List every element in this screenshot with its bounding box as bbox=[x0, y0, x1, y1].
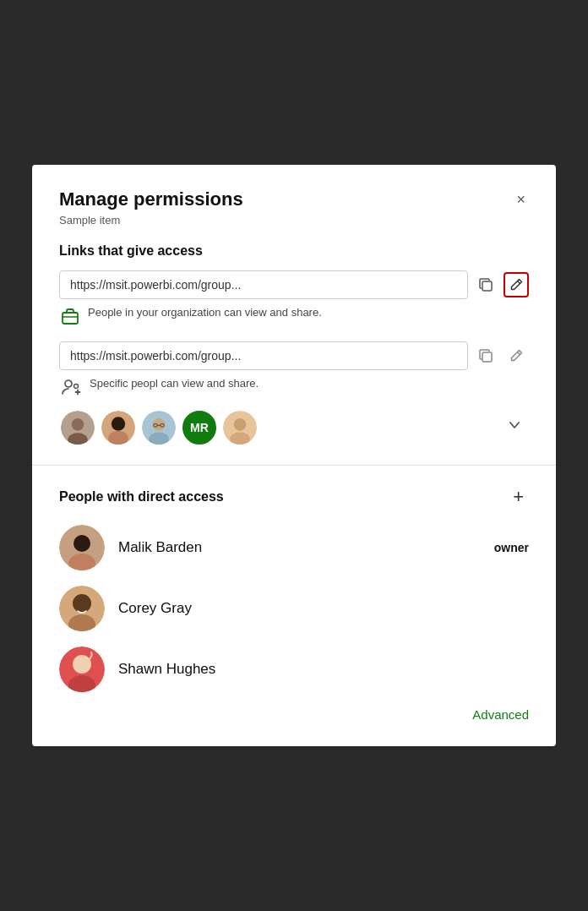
copy-icon-1 bbox=[478, 277, 493, 292]
links-section-title: Links that give access bbox=[59, 243, 529, 259]
svg-rect-2 bbox=[482, 352, 492, 362]
person-row-shawn: Shawn Hughes bbox=[59, 646, 529, 692]
edit-icon-2 bbox=[509, 348, 524, 363]
header-text: Manage permissions Sample item bbox=[59, 188, 243, 226]
manage-permissions-panel: Manage permissions Sample item × Links t… bbox=[32, 165, 556, 745]
svg-rect-0 bbox=[482, 281, 492, 291]
svg-rect-1 bbox=[63, 313, 78, 324]
link-row-2: Specific peopl can view and share. bbox=[59, 341, 529, 446]
link-row-1: People in your organization can view and… bbox=[59, 270, 529, 330]
section-divider bbox=[32, 465, 556, 466]
people-icon bbox=[61, 378, 81, 401]
person-name-corey: Corey Gray bbox=[118, 600, 529, 617]
avatar-5 bbox=[221, 409, 259, 446]
svg-point-14 bbox=[112, 417, 125, 430]
close-button[interactable]: × bbox=[513, 188, 529, 210]
link-desc-text-1: People in your organization can view and… bbox=[88, 306, 322, 319]
copy-icon-2 bbox=[478, 348, 493, 363]
edit-link-button-1[interactable] bbox=[504, 272, 529, 297]
avatar-shawn bbox=[59, 646, 105, 692]
person-name-malik: Malik Barden bbox=[118, 539, 481, 556]
copy-link-button-1[interactable] bbox=[473, 272, 498, 297]
link-desc-text-2: Specific peopl can view and share. bbox=[90, 377, 259, 390]
person-row-corey: Corey Gray bbox=[59, 586, 529, 631]
add-person-button[interactable]: + bbox=[508, 484, 529, 510]
svg-point-3 bbox=[65, 380, 72, 387]
avatar-2 bbox=[100, 409, 137, 446]
chevron-down-icon bbox=[507, 417, 522, 433]
svg-point-4 bbox=[74, 384, 79, 388]
svg-point-26 bbox=[74, 535, 90, 552]
svg-point-23 bbox=[234, 418, 247, 431]
advanced-link[interactable]: Advanced bbox=[472, 707, 529, 722]
avatars-row: MR bbox=[59, 409, 529, 446]
copy-link-button-2[interactable] bbox=[473, 343, 498, 368]
link-input-row-2 bbox=[59, 341, 529, 370]
panel-subtitle: Sample item bbox=[59, 214, 243, 226]
avatar-3 bbox=[140, 409, 177, 446]
direct-access-header: People with direct access + bbox=[59, 484, 529, 510]
link-input-2[interactable] bbox=[59, 341, 468, 370]
link-desc-1: People in your organization can view and… bbox=[59, 306, 529, 330]
advanced-link-container: Advanced bbox=[59, 707, 529, 723]
panel-header: Manage permissions Sample item × bbox=[59, 188, 529, 226]
link-input-1[interactable] bbox=[59, 270, 468, 299]
link-desc-2: Specific peopl can view and share. bbox=[59, 377, 529, 401]
person-row-malik: Malik Barden owner bbox=[59, 525, 529, 570]
panel-title: Manage permissions bbox=[59, 188, 243, 210]
expand-avatars-button[interactable] bbox=[500, 414, 529, 440]
edit-icon-1 bbox=[509, 277, 524, 292]
avatar-1 bbox=[59, 409, 96, 446]
avatar-corey bbox=[59, 586, 105, 631]
svg-point-32 bbox=[73, 655, 91, 674]
briefcase-icon bbox=[61, 307, 79, 330]
svg-point-17 bbox=[153, 418, 166, 431]
svg-point-11 bbox=[72, 418, 84, 431]
svg-point-29 bbox=[73, 594, 91, 613]
app-background: Manage permissions Sample item × Links t… bbox=[0, 0, 588, 911]
direct-access-title: People with direct access bbox=[59, 489, 224, 505]
person-name-shawn: Shawn Hughes bbox=[118, 661, 529, 678]
link-input-row-1 bbox=[59, 270, 529, 299]
edit-link-button-2[interactable] bbox=[504, 343, 529, 368]
avatar-malik bbox=[59, 525, 105, 570]
avatar-initials-mr: MR bbox=[181, 409, 218, 446]
owner-badge-malik: owner bbox=[494, 541, 529, 554]
